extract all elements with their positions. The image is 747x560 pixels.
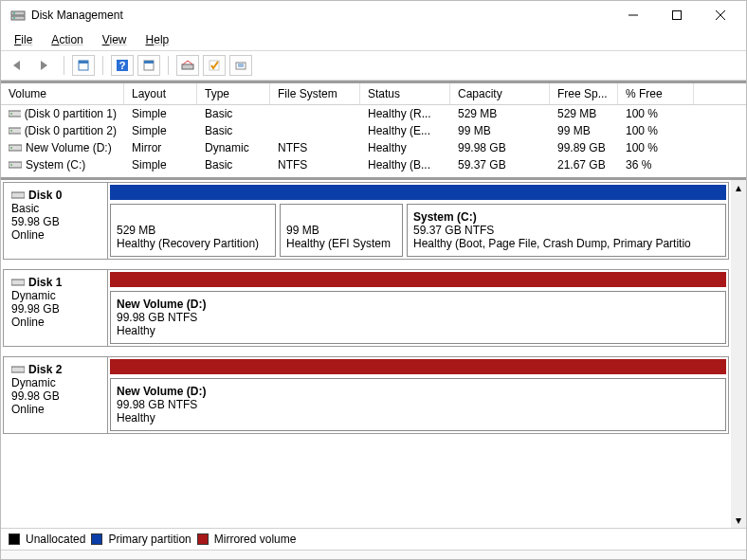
volume-fs [270,123,360,138]
back-button[interactable] [7,55,29,76]
scroll-up-icon[interactable]: ▴ [731,180,746,195]
volume-list-header: Volume Layout Type File System Status Ca… [1,83,746,105]
legend-swatch-unallocated [9,533,20,545]
statusbar [1,550,746,559]
partition-status: Healthy (Recovery Partition) [117,237,269,250]
maximize-button[interactable] [655,1,699,29]
menubar: File Action View Help [1,29,746,51]
menu-view[interactable]: View [95,31,135,48]
volume-status: Healthy [360,140,450,155]
col-volume[interactable]: Volume [1,83,124,104]
partition-title: New Volume (D:) [117,298,720,311]
col-fs[interactable]: File System [270,83,360,104]
volume-free: 21.67 GB [550,157,618,172]
col-layout[interactable]: Layout [124,83,197,104]
partition-status: Healthy [117,411,720,425]
scrollbar[interactable]: ▴ ▾ [731,180,746,528]
volume-status: Healthy (R... [360,106,450,121]
toolbar-btn-5[interactable] [229,55,252,76]
svg-rect-13 [144,61,154,63]
volume-fs [270,106,360,121]
partition[interactable]: New Volume (D:)99.98 GB NTFSHealthy [110,291,726,344]
col-status[interactable]: Status [360,83,450,104]
disk-row: Disk 1Dynamic99.98 GBOnlineNew Volume (D… [3,269,729,347]
scroll-down-icon[interactable]: ▾ [731,513,746,528]
disk-status: Online [11,316,100,329]
col-pct[interactable]: % Free [618,83,694,104]
partition-title: System (C:) [413,210,720,224]
disk-status: Online [11,228,100,242]
menu-action[interactable]: Action [44,31,90,48]
partition[interactable]: New Volume (D:)99.98 GB NTFSHealthy [110,378,726,431]
minimize-button[interactable] [611,1,655,29]
menu-file[interactable]: File [7,31,40,48]
volume-layout: Mirror [124,140,197,155]
col-type[interactable]: Type [197,83,270,104]
toolbar-btn-3[interactable] [176,55,199,76]
disk-size: 99.98 GB [11,302,100,316]
partition-title: New Volume (D:) [117,385,720,398]
svg-point-2 [13,12,15,14]
disk-type: Basic [11,202,100,215]
toolbar-btn-4[interactable] [203,55,226,76]
volume-row[interactable]: (Disk 0 partition 1)SimpleBasicHealthy (… [1,105,746,122]
svg-rect-19 [9,111,21,117]
volume-pct: 100 % [618,106,694,121]
legend: Unallocated Primary partition Mirrored v… [1,528,746,550]
partition[interactable]: 529 MBHealthy (Recovery Partition) [110,204,276,257]
disk-row: Disk 2Dynamic99.98 GBOnlineNew Volume (D… [3,356,729,434]
partition-status: Healthy [117,324,720,337]
col-capacity[interactable]: Capacity [450,83,550,104]
partition-status: Healthy (EFI System [286,237,396,250]
partition[interactable]: System (C:)59.37 GB NTFSHealthy (Boot, P… [407,204,726,257]
svg-rect-14 [182,64,193,69]
volume-status: Healthy (B... [360,157,450,172]
legend-mirrored: Mirrored volume [214,533,297,546]
volume-row[interactable]: System (C:)SimpleBasicNTFSHealthy (B...5… [1,156,746,173]
disk-status: Online [11,403,100,416]
volume-row[interactable]: New Volume (D:)MirrorDynamicNTFSHealthy9… [1,139,746,156]
disk-graphical-view: Disk 0Basic59.98 GBOnline529 MBHealthy (… [1,180,731,528]
legend-swatch-primary [91,533,102,545]
toolbar-btn-2[interactable] [137,55,160,76]
volume-type: Basic [197,157,270,172]
svg-rect-27 [11,192,25,198]
disk-colorbar [110,272,726,287]
svg-rect-21 [9,128,21,134]
help-button[interactable]: ? [111,55,134,76]
partition[interactable]: 99 MBHealthy (EFI System [280,204,403,257]
volume-type: Dynamic [197,140,270,155]
volume-pct: 100 % [618,123,694,138]
svg-rect-5 [673,11,682,20]
toolbar-btn-1[interactable] [72,55,95,76]
svg-rect-29 [11,367,25,372]
forward-button[interactable] [33,55,56,76]
partition-size: 99 MB [286,224,396,237]
svg-text:?: ? [119,60,126,71]
svg-point-24 [10,147,12,149]
svg-point-26 [10,164,12,166]
disk-name: Disk 0 [11,189,100,202]
volume-free: 99 MB [550,123,618,138]
volume-fs: NTFS [270,140,360,155]
disk-name: Disk 1 [11,276,100,289]
col-free[interactable]: Free Sp... [550,83,618,104]
app-icon [10,8,26,23]
partition-size: 99.98 GB NTFS [117,311,720,324]
disk-colorbar [110,185,726,200]
disk-name: Disk 2 [11,363,100,376]
volume-layout: Simple [124,123,197,138]
toolbar: ? [1,51,746,81]
volume-name: New Volume (D:) [26,141,112,154]
volume-free: 529 MB [550,106,618,121]
partition-size: 59.37 GB NTFS [413,224,720,237]
menu-help[interactable]: Help [138,31,177,48]
close-button[interactable] [699,1,742,29]
volume-row[interactable]: (Disk 0 partition 2)SimpleBasicHealthy (… [1,122,746,139]
partition-size: 529 MB [117,224,269,237]
volume-type: Basic [197,123,270,138]
svg-rect-28 [11,280,25,285]
disk-type: Dynamic [11,289,100,302]
volume-capacity: 529 MB [450,106,550,121]
disk-size: 99.98 GB [11,389,100,403]
